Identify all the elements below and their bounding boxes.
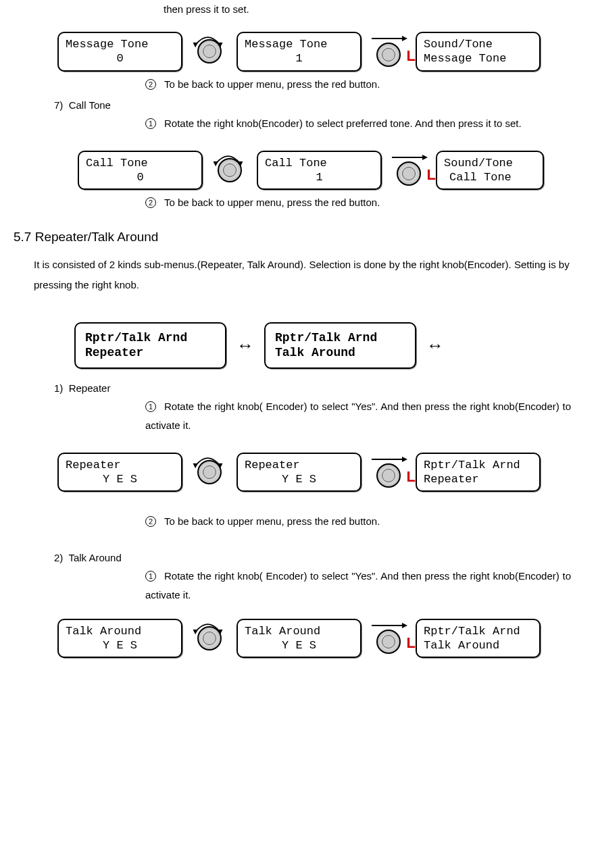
step-text: 1Rotate the right knob(Encoder) to selec… xyxy=(145,114,571,134)
lcd-line: Repeater xyxy=(424,472,532,486)
step-body: To be back to upper menu, press the red … xyxy=(164,515,380,527)
list-item-1: 1) Repeater xyxy=(54,382,584,394)
knob-rotate-icon xyxy=(186,459,233,486)
list-item-2: 2) Talk Around xyxy=(54,552,584,563)
step-text: 2To be back to upper menu, press the red… xyxy=(145,193,584,213)
knob-press-icon: L xyxy=(385,153,432,187)
rptr-talk-around-diagram: Rptr/Talk Arnd Repeater ↔ Rptr/Talk Arnd… xyxy=(74,322,584,369)
item-title: Call Tone xyxy=(69,99,111,111)
lcd-line: Talk Around xyxy=(66,624,174,638)
lcd-line: Call Tone xyxy=(265,156,374,170)
item-title: Talk Around xyxy=(68,552,121,563)
lcd-line: Rptr/Talk Arnd xyxy=(424,458,532,472)
svg-marker-15 xyxy=(402,623,407,628)
call-tone-diagram: Call Tone 0 Call Tone 1 xyxy=(78,151,584,190)
lcd-line: Talk Around xyxy=(424,638,532,653)
svg-marker-4 xyxy=(214,161,218,166)
lcd-line: Rptr/Talk Arnd xyxy=(424,624,532,638)
step-body: Rotate the right knob( Encoder) to selec… xyxy=(145,401,571,432)
item-number: 2) xyxy=(54,552,63,563)
lcd-box-message-tone-1: Message Tone 1 xyxy=(236,32,362,72)
svg-marker-0 xyxy=(193,43,198,47)
knob-press-icon: L xyxy=(365,621,412,655)
lcd-line: 1 xyxy=(245,51,353,66)
step-body: Rotate the right knob( Encoder) to selec… xyxy=(145,570,571,601)
lcd-box-call-tone-1: Call Tone 1 xyxy=(257,151,382,190)
lcd-box-sound-tone: Sound/Tone Message Tone xyxy=(416,32,541,72)
lcd-box-rptr-talkaround: Rptr/Talk Arnd Talk Around xyxy=(416,619,541,659)
circled-2-icon: 2 xyxy=(145,197,156,208)
circled-2-icon: 2 xyxy=(145,79,156,90)
talk-around-diagram: Talk Around Y E S Talk Around Y E S xyxy=(57,619,584,659)
item-number: 7) xyxy=(54,99,63,111)
lcd-line: Sound/Tone xyxy=(424,37,532,51)
svg-marker-12 xyxy=(193,630,198,634)
lcd-line: Rptr/Talk Arnd xyxy=(275,330,405,346)
lcd-box-repeater-yes-2: Repeater Y E S xyxy=(236,453,362,492)
lcd-box-talkaround-yes: Talk Around Y E S xyxy=(57,619,182,659)
message-tone-diagram: Message Tone 0 Message Tone 1 xyxy=(57,32,584,72)
repeater-diagram: Repeater Y E S Repeater Y E S xyxy=(57,453,584,492)
knob-rotate-icon xyxy=(186,625,233,652)
svg-marker-8 xyxy=(193,463,198,468)
lcd-line: Sound/Tone xyxy=(444,156,536,170)
lcd-line: Repeater xyxy=(66,458,174,472)
lcd-line: Rptr/Talk Arnd xyxy=(85,330,216,346)
lcd-line: Talk Around xyxy=(275,345,405,361)
step-body: Rotate the right knob(Encoder) to select… xyxy=(164,118,522,129)
circled-1-icon: 1 xyxy=(145,401,156,412)
lcd-line: Call Tone xyxy=(86,156,195,170)
lcd-box-sound-tone: Sound/Tone Call Tone xyxy=(436,151,544,190)
step-text: 2To be back to upper menu, press the red… xyxy=(145,75,584,95)
knob-rotate-icon xyxy=(206,157,253,184)
lcd-line: Repeater xyxy=(85,345,216,361)
step-text: 1Rotate the right knob( Encoder) to sele… xyxy=(145,567,571,605)
knob-rotate-icon xyxy=(186,38,233,65)
lcd-box-rptr-repeater: Rptr/Talk Arnd Repeater xyxy=(74,322,226,369)
section-heading-5-7: 5.7 Repeater/Talk Around xyxy=(14,230,584,245)
lcd-box-call-tone-0: Call Tone 0 xyxy=(78,151,203,190)
step-text: 1Rotate the right knob( Encoder) to sele… xyxy=(145,397,571,436)
lcd-box-message-tone-0: Message Tone 0 xyxy=(57,32,182,72)
svg-marker-11 xyxy=(402,457,407,462)
item-title: Repeater xyxy=(69,382,111,394)
lcd-box-talkaround-yes-2: Talk Around Y E S xyxy=(236,619,362,659)
double-arrow-icon: ↔ xyxy=(236,335,254,356)
double-arrow-icon: ↔ xyxy=(426,335,444,356)
step-body: To be back to upper menu, press the red … xyxy=(164,197,380,208)
svg-marker-7 xyxy=(422,155,428,160)
knob-press-icon: L xyxy=(365,34,412,68)
list-item-7: 7) Call Tone xyxy=(54,99,584,111)
lcd-box-repeater-yes: Repeater Y E S xyxy=(57,453,182,492)
lcd-box-rptr-repeater: Rptr/Talk Arnd Repeater xyxy=(416,453,541,492)
lcd-line: Y E S xyxy=(245,472,353,486)
lcd-line: Message Tone xyxy=(424,51,532,66)
svg-marker-3 xyxy=(402,36,407,41)
lcd-line: Message Tone xyxy=(245,37,353,51)
step-text: 2To be back to upper menu, press the red… xyxy=(145,512,584,532)
step-body: To be back to upper menu, press the red … xyxy=(164,78,380,90)
lcd-line: Message Tone xyxy=(66,37,174,51)
lcd-line: Talk Around xyxy=(245,624,353,638)
circled-1-icon: 1 xyxy=(145,118,156,129)
section-body: It is consisted of 2 kinds sub-menus.(Re… xyxy=(34,255,571,295)
knob-press-icon: L xyxy=(365,455,412,489)
lcd-line: 0 xyxy=(86,170,195,184)
lcd-line: 1 xyxy=(265,170,374,184)
lcd-line: Y E S xyxy=(66,638,174,653)
circled-1-icon: 1 xyxy=(145,571,156,582)
item-number: 1) xyxy=(54,382,63,394)
lcd-box-rptr-talkaround: Rptr/Talk Arnd Talk Around xyxy=(264,322,416,369)
lcd-line: Call Tone xyxy=(444,170,536,184)
lcd-line: Repeater xyxy=(245,458,353,472)
circled-2-icon: 2 xyxy=(145,516,156,527)
continuation-text: then press it to set. xyxy=(164,0,584,18)
lcd-line: Y E S xyxy=(245,638,353,653)
lcd-line: 0 xyxy=(66,51,174,66)
lcd-line: Y E S xyxy=(66,472,174,486)
